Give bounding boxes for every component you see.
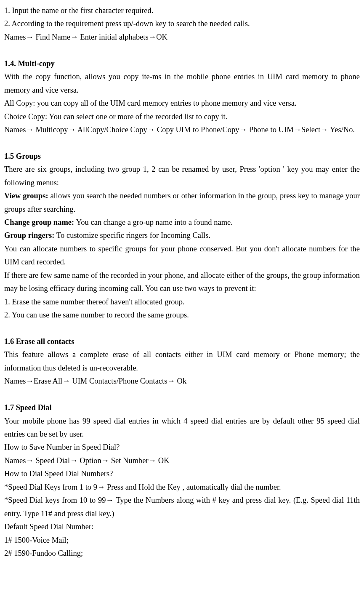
body-text: Default Speed Dial Number: [4,520,360,533]
term-label: Change group name: [4,218,76,227]
section-heading: 1.4. Multi-copy [4,57,360,70]
body-text: Change group name: You can change a gro-… [4,216,360,229]
body-text: 2. You can use the same number to record… [4,309,360,322]
body-text: 2# 1590-Fundoo Calling; [4,547,360,560]
section-heading: 1.6 Erase all contacts [4,335,360,348]
body-text: To customize specific ringers for Incomi… [56,231,210,240]
body-text: 1. Input the name or the first character… [4,4,360,17]
body-text: 1. Erase the same number thereof haven't… [4,296,360,309]
term-label: View groups: [4,192,50,200]
body-text: Group ringers: To customize specific rin… [4,229,360,242]
section-heading: 1.5 Groups [4,150,360,163]
blank-line [4,136,360,149]
body-text: This feature allows a complete erase of … [4,348,360,375]
body-text: Names→ Multicopy→ AllCopy/Choice Copy→ C… [4,123,360,136]
body-text: Names→ Speed Dial→ Option→ Set Number→ O… [4,454,360,467]
body-text: You can change a gro-up name into a foun… [76,218,233,227]
body-text: How to Save Number in Speed Dial? [4,441,360,454]
body-text: *Speed Dial keys from 10 to 99→ Type the… [4,494,360,520]
body-text: 1# 1500-Voice Mail; [4,534,360,547]
blank-line [4,322,360,335]
body-text: allows you search the needed numbers or … [4,192,360,213]
term-label: Group ringers: [4,231,56,240]
body-text: Names→Erase All→ UIM Contacts/Phone Cont… [4,375,360,388]
body-text: Names→ Find Name→ Enter initial alphabet… [4,31,360,44]
body-text: How to Dial Speed Dial Numbers? [4,467,360,480]
body-text: You can allocate numbers to specific gro… [4,243,360,269]
body-text: 2. According to the requirement press up… [4,17,360,30]
body-text: Choice Copy: You can select one or more … [4,110,360,123]
section-heading: 1.7 Speed Dial [4,401,360,414]
body-text: There are six groups, including two grou… [4,163,360,189]
body-text: *Speed Dial Keys from 1 to 9→ Press and … [4,481,360,494]
body-text: All Copy: you can copy all of the UIM ca… [4,97,360,110]
blank-line [4,388,360,401]
body-text: With the copy function, allows you copy … [4,70,360,97]
body-text: Your mobile phone has 99 speed dial entr… [4,415,360,441]
blank-line [4,44,360,57]
body-text: View groups: allows you search the neede… [4,189,360,216]
body-text: If there are few same name of the record… [4,269,360,296]
